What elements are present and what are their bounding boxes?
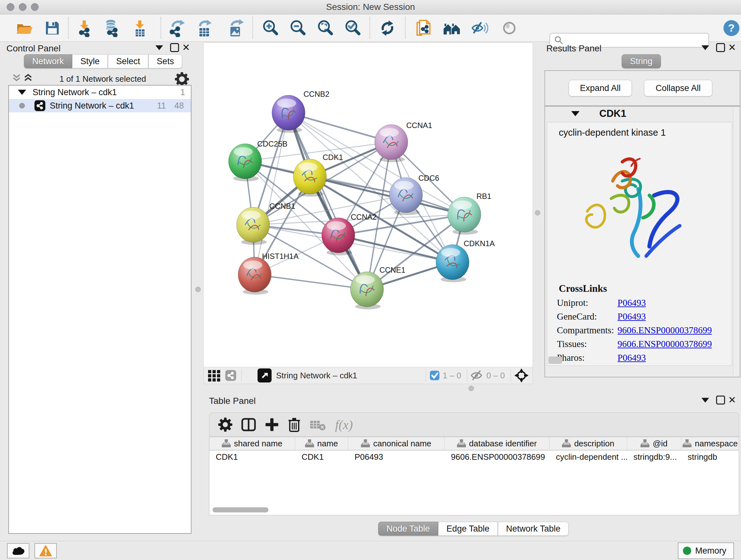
protein-section-header[interactable]: CDK1 xyxy=(545,107,740,121)
table-panel-close-button[interactable]: ✕ xyxy=(727,395,738,406)
import-table-icon xyxy=(131,19,149,37)
tab-string[interactable]: String xyxy=(622,54,661,68)
table-cell[interactable]: cyclin-dependent ... xyxy=(549,450,627,463)
selected-checkbox-icon[interactable] xyxy=(429,370,440,381)
tab-node-table[interactable]: Node Table xyxy=(378,522,438,536)
node-label: CDC25B xyxy=(257,139,287,148)
horizontal-splitter-handle[interactable] xyxy=(468,386,474,391)
crosslink-link[interactable]: P06493 xyxy=(617,311,646,322)
node-CCNB2[interactable]: CCNB2 xyxy=(272,90,329,133)
export-table-button[interactable] xyxy=(195,19,214,37)
tab-network[interactable]: Network xyxy=(24,54,72,68)
column-header-shared-name[interactable]: shared name xyxy=(209,437,295,450)
tab-network-table[interactable]: Network Table xyxy=(498,522,569,536)
warnings-button[interactable] xyxy=(35,543,57,558)
zoom-fit-button[interactable] xyxy=(316,19,334,37)
birds-eye-view-icon[interactable] xyxy=(514,368,529,383)
open-folder-icon xyxy=(15,19,33,37)
table-hscrollbar-thumb[interactable] xyxy=(212,507,268,512)
results-panel-float-button[interactable] xyxy=(715,42,726,53)
control-panel-menu-button[interactable] xyxy=(154,42,165,53)
show-columns-button[interactable] xyxy=(241,418,256,432)
node-CCNA1[interactable]: CCNA1 xyxy=(375,121,432,162)
share-document-button[interactable] xyxy=(414,19,433,37)
memory-button[interactable]: Memory xyxy=(678,543,734,559)
tab-style[interactable]: Style xyxy=(72,54,108,68)
crosslink-link[interactable]: 9606.ENSP00000378699 xyxy=(617,339,712,349)
show-panel-button[interactable] xyxy=(500,19,519,37)
grid-view-icon[interactable] xyxy=(207,369,221,382)
results-hscrollbar-thumb[interactable] xyxy=(549,357,562,364)
create-column-button[interactable] xyxy=(265,418,279,432)
zoom-out-button[interactable] xyxy=(288,19,307,37)
open-file-button[interactable] xyxy=(15,19,33,37)
node-HIST1H1A[interactable]: HIST1H1A xyxy=(238,252,299,295)
hide-panels-button[interactable] xyxy=(470,19,488,37)
crosslink-link[interactable]: P06493 xyxy=(617,353,646,363)
results-panel-menu-button[interactable] xyxy=(700,42,711,53)
home-button[interactable] xyxy=(443,19,461,37)
import-network-from-database-button[interactable] xyxy=(102,19,121,37)
crosslinks-list: Uniprot:P06493GeneCard:P06493Compartment… xyxy=(547,298,732,363)
network-collection-row[interactable]: String Network – cdk1 1 xyxy=(9,85,191,99)
edge-CCNB2-CCNE1[interactable] xyxy=(288,113,367,289)
crosslink-link[interactable]: 9606.ENSP00000378699 xyxy=(617,325,712,335)
column-header-namespace[interactable]: namespace xyxy=(681,437,739,450)
table-cell[interactable]: P06493 xyxy=(348,450,445,463)
tab-sets[interactable]: Sets xyxy=(148,54,182,68)
import-table-button[interactable] xyxy=(131,19,149,37)
vertical-splitter-handle[interactable] xyxy=(195,287,201,292)
node-CDC6[interactable]: CDC6 xyxy=(389,174,439,215)
edge-HIST1H1A-CCNE1[interactable] xyxy=(255,274,367,289)
edge-CCNA2-CDKN1A[interactable] xyxy=(338,235,453,262)
results-panel-close-button[interactable]: ✕ xyxy=(727,42,738,53)
vertical-splitter-handle[interactable] xyxy=(535,210,540,215)
node-label: CDC6 xyxy=(418,174,439,182)
save-session-button[interactable] xyxy=(43,19,62,37)
control-panel-float-button[interactable] xyxy=(169,42,180,53)
refresh-button[interactable] xyxy=(378,19,397,37)
network-canvas[interactable]: CCNB2CCNA1CDC25BCDK1CDC6RB1CCNB1CCNA2CDK… xyxy=(203,43,533,367)
tab-select[interactable]: Select xyxy=(108,54,148,68)
column-header-database-identifier[interactable]: database identifier xyxy=(445,437,549,450)
table-panel-menu-button[interactable] xyxy=(700,395,711,406)
collapse-arrow-icon[interactable] xyxy=(18,90,26,95)
table-panel-float-button[interactable] xyxy=(715,395,726,406)
table-cell[interactable]: CDK1 xyxy=(295,450,348,463)
delete-column-button[interactable] xyxy=(288,417,300,432)
results-vscrollbar-track[interactable] xyxy=(733,107,739,376)
table-cell[interactable]: stringdb:9... xyxy=(627,450,681,463)
table-cell[interactable]: stringdb xyxy=(681,450,739,463)
column-header-description[interactable]: description xyxy=(549,437,627,450)
section-collapse-arrow-icon[interactable] xyxy=(571,111,580,116)
import-network-button[interactable] xyxy=(75,19,93,37)
zoom-in-button[interactable] xyxy=(261,19,280,37)
network-row-selected[interactable]: String Network – cdk1 11 48 xyxy=(9,99,191,112)
collapse-all-button[interactable]: Collapse All xyxy=(644,80,712,97)
column-header-canonical-name[interactable]: canonical name xyxy=(348,437,445,450)
hidden-eye-slash-icon[interactable] xyxy=(470,370,484,381)
table-settings-button[interactable] xyxy=(218,418,232,432)
control-panel-close-button[interactable]: ✕ xyxy=(181,42,192,53)
table-cell[interactable]: CDK1 xyxy=(209,450,295,463)
collapse-expand-icons[interactable] xyxy=(11,73,34,84)
export-network-button[interactable] xyxy=(168,19,186,37)
table-row[interactable]: CDK1CDK1P064939606.ENSP00000378699cyclin… xyxy=(209,450,739,463)
zoom-selected-button[interactable] xyxy=(343,19,362,37)
crosslink-link[interactable]: P06493 xyxy=(617,298,646,308)
help-button[interactable]: ? xyxy=(722,19,741,37)
gear-icon[interactable] xyxy=(175,72,189,86)
node-CDKN1A[interactable]: CDKN1A xyxy=(436,239,495,282)
table-cell[interactable]: 9606.ENSP00000378699 xyxy=(445,450,549,463)
open-in-window-icon[interactable] xyxy=(258,368,272,382)
export-image-button[interactable] xyxy=(226,19,245,37)
cloud-button[interactable] xyxy=(7,543,29,558)
edge-CCNB2-HIST1H1A[interactable] xyxy=(255,113,288,274)
column-header-name[interactable]: name xyxy=(295,437,348,450)
string-network-graph[interactable]: CCNB2CCNA1CDC25BCDK1CDC6RB1CCNB1CCNA2CDK… xyxy=(204,43,532,366)
tab-edge-table[interactable]: Edge Table xyxy=(438,522,498,536)
network-share-icon[interactable] xyxy=(225,370,236,381)
column-header-at-id[interactable]: @id xyxy=(627,437,681,450)
expand-all-button[interactable]: Expand All xyxy=(569,80,632,97)
node-RB1[interactable]: RB1 xyxy=(448,192,491,235)
